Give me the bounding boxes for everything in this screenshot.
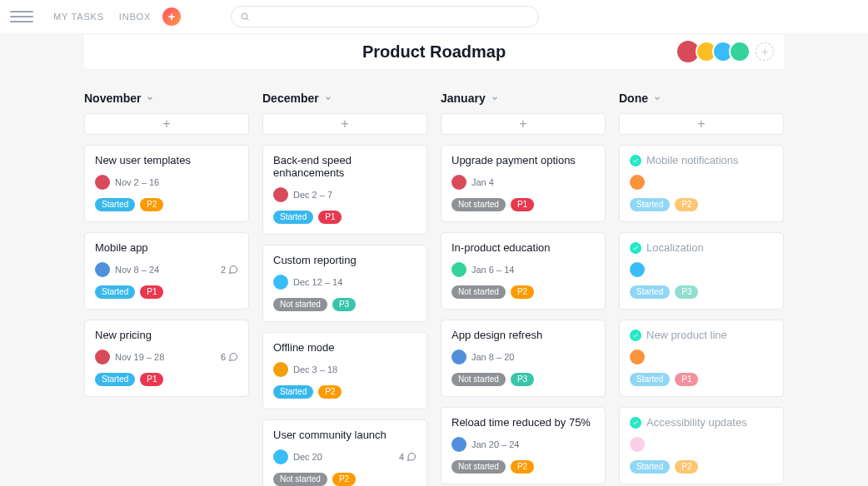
project-members: + <box>676 39 774 64</box>
card-title-text: New product line <box>646 329 727 341</box>
card[interactable]: App design refreshJan 8 – 20Not startedP… <box>441 320 606 397</box>
card-title: New user templates <box>95 154 238 166</box>
card-title-text: Offline mode <box>273 341 334 354</box>
card-meta: Dec 12 – 14 <box>273 275 417 290</box>
svg-point-0 <box>242 13 247 19</box>
card[interactable]: User community launchDec 204Not startedP… <box>262 419 427 486</box>
card-title: Localization <box>630 241 773 254</box>
priority-pill: P2 <box>675 460 698 474</box>
card[interactable]: Mobile appNov 8 – 242StartedP1 <box>84 232 249 310</box>
add-card-button[interactable]: + <box>441 113 606 135</box>
card[interactable]: Upgrade payment optionsJan 4Not startedP… <box>441 145 606 222</box>
card-title-text: User community launch <box>273 429 387 441</box>
search-input[interactable] <box>255 11 530 22</box>
column-header[interactable]: December <box>262 92 427 105</box>
add-card-button[interactable]: + <box>84 113 249 135</box>
card-title: Reload time reduced by 75% <box>451 416 595 429</box>
column-header[interactable]: January <box>441 92 606 105</box>
board: November+New user templatesNov 2 – 16Sta… <box>84 92 784 486</box>
status-pill: Started <box>95 285 135 299</box>
card[interactable]: In-product educationJan 6 – 14Not starte… <box>441 232 606 310</box>
priority-pill: P1 <box>140 373 163 386</box>
status-pill: Not started <box>451 373 506 386</box>
assignee-avatar <box>451 175 466 190</box>
card-title-text: Localization <box>646 241 704 254</box>
status-pill: Not started <box>273 473 327 486</box>
card[interactable]: New user templatesNov 2 – 16StartedP2 <box>84 145 249 222</box>
column: January+Upgrade payment optionsJan 4Not … <box>441 92 606 486</box>
card-tags: Not startedP2 <box>451 285 595 299</box>
card-title-text: Upgrade payment options <box>451 154 576 166</box>
status-pill: Started <box>630 285 670 299</box>
card-title: Upgrade payment options <box>451 154 595 166</box>
priority-pill: P1 <box>511 198 534 211</box>
priority-pill: P1 <box>140 285 163 299</box>
topbar: MY TASKS INBOX + <box>0 0 868 33</box>
card[interactable]: LocalizationStartedP3 <box>619 232 784 310</box>
priority-pill: P2 <box>318 385 342 399</box>
card-title-text: Back-end speed enhancements <box>273 154 417 179</box>
card[interactable]: Back-end speed enhancementsDec 2 – 7Star… <box>262 145 427 235</box>
assignee-avatar <box>95 262 110 277</box>
member-avatar[interactable] <box>729 41 751 62</box>
comment-count: 2 <box>221 265 238 275</box>
card-meta: Nov 2 – 16 <box>95 175 238 190</box>
add-card-button[interactable]: + <box>619 113 784 135</box>
card[interactable]: New product lineStartedP1 <box>619 320 784 397</box>
status-pill: Not started <box>451 285 506 299</box>
assignee-avatar <box>273 275 288 290</box>
card-tags: StartedP2 <box>273 385 417 399</box>
card[interactable]: New pricingNov 19 – 286StartedP1 <box>84 320 249 397</box>
card-tags: Not startedP2 <box>451 460 595 474</box>
nav-inbox[interactable]: INBOX <box>119 12 151 22</box>
card[interactable]: Offline modeDec 3 – 18StartedP2 <box>262 332 427 409</box>
card-meta: Jan 6 – 14 <box>451 262 595 277</box>
search-field[interactable] <box>231 6 539 27</box>
status-pill: Started <box>273 211 313 224</box>
status-pill: Started <box>273 385 313 399</box>
priority-pill: P1 <box>318 211 342 224</box>
card-tags: StartedP2 <box>95 198 238 211</box>
comment-icon <box>228 352 238 362</box>
column-title: Done <box>619 92 648 105</box>
add-card-button[interactable]: + <box>262 113 427 135</box>
card[interactable]: Custom reportingDec 12 – 14Not startedP3 <box>262 245 427 322</box>
card-tags: Not startedP3 <box>451 373 595 386</box>
card-meta: Dec 3 – 18 <box>273 362 417 377</box>
nav-my-tasks[interactable]: MY TASKS <box>53 12 104 22</box>
assignee-avatar <box>630 437 645 452</box>
comment-icon <box>228 265 238 275</box>
card[interactable]: Mobile notificationsStartedP2 <box>619 145 784 222</box>
card-title: App design refresh <box>451 329 595 341</box>
card-meta <box>630 437 773 452</box>
menu-hamburger-icon[interactable] <box>10 5 33 28</box>
status-pill: Started <box>95 373 135 386</box>
priority-pill: P3 <box>332 298 356 311</box>
card-tags: Not startedP3 <box>273 298 417 311</box>
global-add-button[interactable]: + <box>162 7 181 26</box>
priority-pill: P2 <box>511 460 534 474</box>
card-title: New pricing <box>95 329 238 341</box>
column-header[interactable]: Done <box>619 92 784 105</box>
card-title-text: Mobile notifications <box>646 154 739 166</box>
card-tags: StartedP1 <box>630 373 773 386</box>
card-date: Dec 2 – 7 <box>293 190 332 200</box>
card-meta <box>630 262 773 277</box>
priority-pill: P2 <box>140 198 163 211</box>
card-meta <box>630 350 773 364</box>
card-title-text: App design refresh <box>451 329 542 341</box>
status-pill: Not started <box>451 198 506 211</box>
column-header[interactable]: November <box>84 92 249 105</box>
assignee-avatar <box>273 187 288 202</box>
assignee-avatar <box>95 175 110 190</box>
column: November+New user templatesNov 2 – 16Sta… <box>84 92 249 486</box>
add-member-button[interactable]: + <box>756 42 774 61</box>
card-title: Mobile app <box>95 241 238 254</box>
assignee-avatar <box>273 362 288 377</box>
status-pill: Not started <box>451 460 506 474</box>
card-meta: Dec 2 – 7 <box>273 187 417 202</box>
assignee-avatar <box>95 350 110 364</box>
card[interactable]: Accessibility updatesStartedP2 <box>619 407 784 484</box>
column-title: November <box>84 92 141 105</box>
card[interactable]: Reload time reduced by 75%Jan 20 – 24Not… <box>441 407 606 484</box>
